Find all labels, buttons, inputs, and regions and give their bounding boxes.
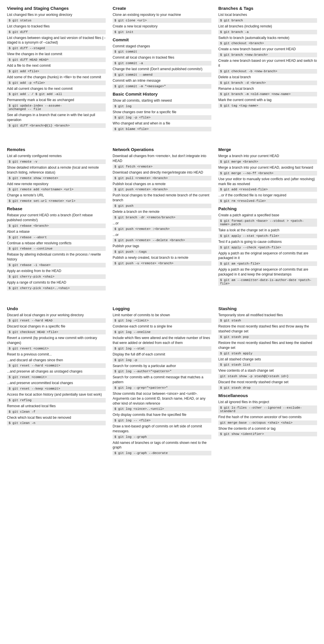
p-reset-prev: Reset to a previous commit... (7, 352, 106, 357)
cmd-git-pull: $ git pull <remote> <branch> (113, 176, 211, 180)
p-switch-branch: Switch to branch (automatically tracks r… (218, 36, 317, 40)
cmd-git-rm-resolved: $ git rm <resolved-file> (218, 199, 317, 203)
section-title-merge: Merge (218, 147, 317, 152)
cmd-git-assume-unchanged: $ git update-index --assume-unchanged --… (7, 103, 106, 111)
cmd-git-add-file: $ git add <file> (7, 69, 106, 74)
cmd-git-log: $ git log (113, 104, 211, 109)
section-title-stashing: Stashing (218, 306, 317, 311)
p-graph: Draw a text-based graph of commits on le… (113, 424, 211, 434)
p-who-changed: Who changed what and when in a file (113, 121, 211, 126)
cmd-git-remote-add: $ git remote add <shortname> <url> (7, 187, 106, 192)
p-search-author: Search for commits by a particular autho… (113, 364, 211, 368)
cmd-git-stash-show: git stash show -p stash@{<stash id>} (218, 374, 317, 379)
cmd-git-merge: $ git merge <branch> (218, 159, 317, 164)
p-list-local: List local branches (218, 12, 317, 17)
cmd-git-cherry-pick: $ git cherry-pick <sha1> (7, 274, 106, 279)
cmd-git-revert: $ git revert <commit> (7, 346, 106, 351)
cmd-git-tag: $ git tag <tag-name> (218, 103, 317, 108)
cmd-git-rebase-branch: $ git rebase <branch> (7, 224, 106, 228)
p-commit-staged: Commit staged changes (113, 44, 211, 49)
p-publish-local: Publish local changes on a remote (113, 182, 211, 187)
p-merge-no-ff: Merge a branch into your current HEAD, a… (218, 165, 317, 170)
cmd-git-log-limit: $ git log -<limit> (113, 318, 211, 323)
cmd-git-branch-dr: $ git branch -dr <remote/branch> (113, 215, 211, 220)
p-assume-unchanged: Permanently mark a local file as unchang… (7, 98, 106, 103)
row-divider-2 (7, 297, 317, 306)
cmd-git-checkout-branch: $ git checkout <branch> (218, 41, 317, 46)
cmd-git-reflog: $ git reflog (7, 398, 106, 403)
cmd-git-cherry-pick-range: $ git cherry-pick <sha1>..<sha1> (7, 286, 106, 291)
p-discard-since: ...and discard all changes since then (7, 358, 106, 363)
section-title-create: Create (113, 6, 211, 11)
cmd-git-log-graph: $ git log --graph (113, 435, 211, 439)
section-title-patching: Patching (218, 206, 317, 211)
cmd-git-push-remote-branch: $ git push <remote> <branch> (113, 187, 211, 192)
p-preserve-uncommitted: ...and preserve uncommitted local change… (7, 381, 106, 386)
section-logging: Logging Limit number of commits to be sh… (113, 306, 211, 457)
cmd-git-rebase-continue: $ git rebase --continue (7, 246, 106, 251)
cmd-git-blame: $ git blame <file> (113, 127, 211, 131)
p-stash-drop: Discard the most recently stashed change… (218, 380, 317, 385)
p-discard-specific: Discard local changes in a specific file (7, 324, 106, 329)
p-common-ancestor: Find the hash of the common ancestor of … (218, 415, 317, 420)
row-3: Undo Discard all local changes in your w… (7, 306, 317, 463)
cmd-git-stash-pop: $ git stash pop (218, 335, 317, 339)
cmd-git-branch: $ git branch (218, 18, 317, 23)
row-1: Viewing and Staging Changes List changed… (7, 6, 317, 138)
page: Viewing and Staging Changes List changed… (0, 0, 324, 468)
cmd-git-log-oneline: $ git log --oneline (113, 330, 211, 334)
p-list-all-branches: List all branches (including remote) (218, 24, 317, 29)
cmd-git-fetch: $ git fetch <remote> (113, 164, 211, 169)
cmd-git-push-delete-colon: $ git push <remote> :<branch> (113, 227, 211, 231)
cmd-git-log-file: $ git log -- <file> (113, 418, 211, 423)
section-title-misc: Miscellaneous (218, 393, 317, 398)
p-no-longer-required: ...or if the conflicted file is no longe… (218, 193, 317, 198)
cmd-git-init: $ git init (113, 30, 211, 34)
cmd-git-diff: $ git diff (7, 30, 106, 34)
p-abort-rebase: Abort a rebase (7, 229, 106, 234)
cmd-git-status: $ git status (7, 18, 106, 23)
cmd-git-branch-new: $ git branch <new-branch> (218, 53, 317, 57)
cmd-git-rebase-i: $ git rebase -i <base> (7, 263, 106, 267)
p-new-branch-switch: Create a new branch based on your curren… (218, 58, 317, 68)
p-show-remote: Show detailed information about a remote… (7, 165, 106, 175)
section-title-commit: Commit (113, 37, 211, 42)
p-new-branch-head: Create a new branch based on your curren… (218, 47, 317, 52)
cmd-git-format-patch: $ git format-patch <base> --stdout > <pa… (218, 219, 317, 227)
p-push-tracked: Push local changes to the tracked remote… (113, 193, 211, 203)
cmd-git-push: $ git push (113, 204, 211, 208)
p-or-2: ...or (113, 232, 211, 237)
p-download-merge: Download changes and directly merge/inte… (113, 170, 211, 175)
cmd-git-push-u: $ git push -u <remote> <branch> (113, 261, 211, 266)
section-title-viewing-staging: Viewing and Staging Changes (7, 6, 106, 11)
p-solve-conflicts: Use your editor to manually solve confli… (218, 177, 317, 187)
cmd-git-log-p-file: $ git log -p <file> (113, 115, 211, 120)
p-check-clean: Check which local files would be removed (7, 415, 106, 420)
p-merge-branch: Merge a branch into your current HEAD (218, 154, 317, 159)
cmd-git-remote-show: $ git remote show <remote> (7, 176, 106, 180)
cmd-git-diff-branch: $ git diff <branch>@{1} <branch> (7, 123, 106, 128)
cmd-git-diff-staged: $ git diff --staged (7, 46, 106, 51)
section-stashing-misc: Stashing Temporarily store all modified … (218, 306, 317, 457)
p-all-commits: Show all commits, starting with newest (113, 98, 211, 103)
p-preserve-unstaged: ...and preserve all changes as unstaged … (7, 369, 106, 374)
p-apply-patch-timestamps: Apply a patch as the original sequence o… (218, 267, 317, 277)
cmd-git-stash-drop: $ git stash drop (218, 386, 317, 390)
p-specified-file: Only display commits that have the speci… (113, 412, 211, 417)
cmd-git-clean-f: $ git clean -f (7, 410, 106, 414)
section-title-network: Network Operations (113, 147, 211, 152)
p-show-contents: Show the contents of a commit or tag (218, 426, 317, 431)
cmd-git-branch-d: $ git branch -d <branch> (218, 81, 317, 85)
p-add-file: Add a file to the next commit (7, 63, 106, 68)
cmd-git-branch-a: $ git branch -a (218, 30, 317, 34)
cmd-git-clean-n: $ git clean -n (7, 421, 106, 425)
p-show-between: Show commits that occur between <since> … (113, 391, 211, 406)
p-download-no-integrate: Download all changes from <remote>, but … (113, 154, 211, 163)
p-create-patch: Create a patch against a specified base (218, 213, 317, 218)
p-apply-patch: Apply a patch as the original sequence o… (218, 251, 317, 261)
cmd-git-log-grep: $ git log --grep="<pattern>" (113, 386, 211, 390)
cmd-git-remote-seturl: $ git remote set-url <remote> <url> (7, 199, 106, 203)
p-stash-apply: Restore the most recently stashed files … (218, 340, 317, 350)
p-stash-pop: Restore the most recently stashed files … (218, 324, 317, 334)
p-full-diff: Display the full diff of each commit (113, 352, 211, 357)
